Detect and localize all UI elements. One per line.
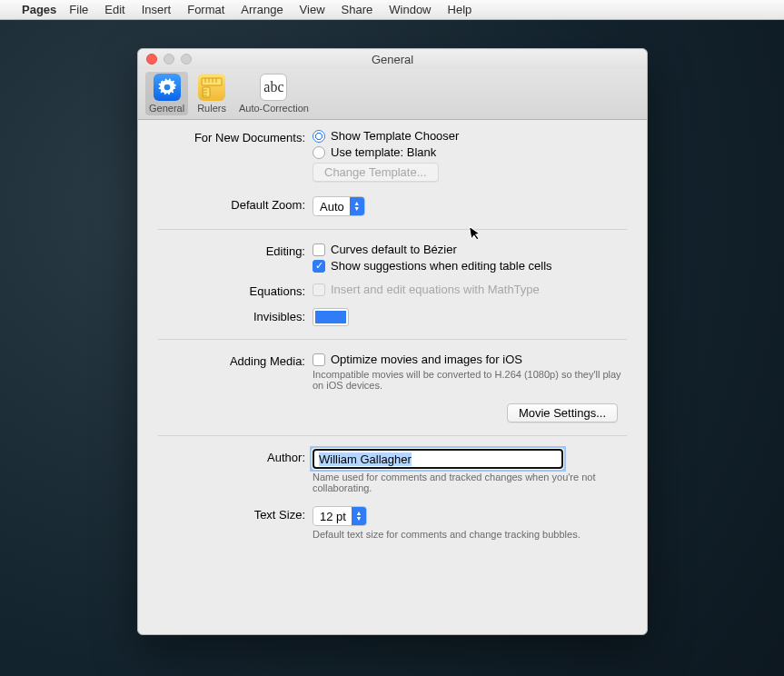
- optimize-media-hint: Incompatible movies will be converted to…: [313, 369, 627, 391]
- change-template-button: Change Template...: [313, 163, 439, 182]
- checkbox-icon: ✓: [313, 260, 325, 273]
- prefs-toolbar: General Rulers abc Auto-Correction: [138, 69, 647, 120]
- menu-help[interactable]: Help: [448, 3, 472, 16]
- check-show-suggestions-label: Show suggestions when editing table cell…: [331, 259, 552, 273]
- label-editing: Editing:: [158, 243, 313, 258]
- menu-file[interactable]: File: [69, 3, 88, 16]
- check-mathtype: Insert and edit equations with MathType: [313, 283, 627, 296]
- ruler-icon: [198, 74, 225, 101]
- svg-rect-0: [202, 78, 222, 85]
- check-optimize-media[interactable]: Optimize movies and images for iOS: [313, 353, 627, 366]
- radio-show-template-chooser-label: Show Template Chooser: [331, 129, 459, 143]
- separator: [158, 229, 627, 230]
- menu-window[interactable]: Window: [389, 3, 431, 16]
- preferences-window: General General Rulers abc Auto-Correcti…: [137, 48, 648, 635]
- radio-icon: [313, 130, 325, 143]
- menu-arrange[interactable]: Arrange: [241, 3, 283, 16]
- menu-edit[interactable]: Edit: [104, 3, 124, 16]
- label-for-new-documents: For New Documents:: [158, 129, 313, 144]
- label-text-size: Text Size:: [158, 506, 313, 522]
- check-mathtype-label: Insert and edit equations with MathType: [331, 283, 540, 296]
- text-size-hint: Default text size for comments and chang…: [313, 529, 627, 540]
- menu-view[interactable]: View: [300, 3, 325, 16]
- check-optimize-media-label: Optimize movies and images for iOS: [331, 353, 522, 366]
- toolbar-autocorrection[interactable]: abc Auto-Correction: [235, 72, 313, 115]
- radio-use-template-label: Use template: Blank: [331, 145, 436, 159]
- radio-icon: [313, 146, 325, 159]
- chevron-updown-icon: ▲▼: [352, 507, 366, 525]
- separator: [158, 435, 627, 436]
- menu-format[interactable]: Format: [187, 3, 224, 16]
- check-curves-bezier[interactable]: Curves default to Bézier: [313, 243, 627, 256]
- checkbox-icon: [313, 353, 325, 366]
- checkbox-icon: [313, 244, 325, 256]
- abc-icon: abc: [260, 74, 287, 101]
- toolbar-general[interactable]: General: [145, 72, 188, 115]
- label-author: Author:: [158, 449, 313, 464]
- label-equations: Equations:: [158, 283, 313, 298]
- toolbar-general-label: General: [149, 103, 184, 114]
- menubar: Pages File Edit Insert Format Arrange Vi…: [0, 0, 784, 20]
- radio-use-template[interactable]: Use template: Blank: [313, 145, 627, 159]
- default-zoom-select[interactable]: Auto ▲▼: [313, 196, 365, 216]
- author-input[interactable]: [313, 449, 563, 469]
- text-size-value: 12 pt: [320, 510, 346, 523]
- label-invisibles: Invisibles:: [158, 308, 313, 323]
- radio-show-template-chooser[interactable]: Show Template Chooser: [313, 129, 627, 143]
- window-title: General: [138, 53, 647, 66]
- menu-app-name[interactable]: Pages: [22, 3, 56, 16]
- gear-icon: [154, 74, 181, 101]
- prefs-content: For New Documents: Show Template Chooser…: [138, 120, 647, 563]
- toolbar-rulers[interactable]: Rulers: [194, 72, 230, 115]
- label-default-zoom: Default Zoom:: [158, 196, 313, 212]
- titlebar: General: [138, 49, 647, 69]
- menu-share[interactable]: Share: [342, 3, 373, 16]
- movie-settings-button[interactable]: Movie Settings...: [507, 403, 618, 422]
- check-show-suggestions[interactable]: ✓ Show suggestions when editing table ce…: [313, 259, 627, 273]
- color-swatch: [315, 311, 346, 323]
- menu-insert[interactable]: Insert: [142, 3, 172, 16]
- invisibles-color-well[interactable]: [313, 308, 349, 326]
- toolbar-autocorrection-label: Auto-Correction: [239, 103, 309, 114]
- author-hint: Name used for comments and tracked chang…: [313, 472, 627, 493]
- toolbar-rulers-label: Rulers: [197, 103, 226, 114]
- default-zoom-value: Auto: [320, 200, 344, 214]
- check-curves-bezier-label: Curves default to Bézier: [331, 243, 457, 256]
- label-adding-media: Adding Media:: [158, 353, 313, 368]
- separator: [158, 339, 627, 340]
- checkbox-icon: [313, 283, 325, 296]
- chevron-updown-icon: ▲▼: [350, 197, 364, 215]
- text-size-select[interactable]: 12 pt ▲▼: [313, 506, 367, 526]
